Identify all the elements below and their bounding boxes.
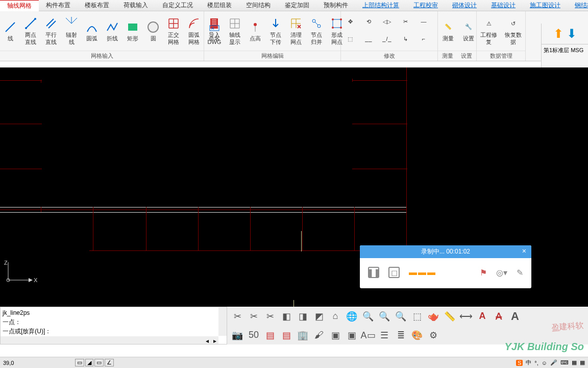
tool-camera[interactable]: 📷 bbox=[230, 328, 244, 342]
osnap-2[interactable]: ◢ bbox=[85, 359, 93, 366]
tool-zoomout[interactable]: 🔍 bbox=[377, 309, 391, 324]
ime-apps[interactable]: ▦ bbox=[580, 359, 585, 366]
tab-grid[interactable]: 轴线网格 bbox=[0, 0, 39, 11]
btn-node-down[interactable]: 节点下传 bbox=[265, 11, 286, 51]
nav-down-icon[interactable]: ⬇ bbox=[567, 27, 577, 41]
btn-offset[interactable]: ↳ bbox=[396, 31, 414, 49]
btn-repair[interactable]: ⚠工程修复 bbox=[477, 11, 501, 51]
tool-build[interactable]: 🏢 bbox=[296, 328, 310, 342]
recorder-flag[interactable]: ⚑ bbox=[480, 268, 487, 278]
tab-custom[interactable]: 自定义工况 bbox=[155, 0, 200, 11]
ime-grid[interactable]: ▦ bbox=[572, 359, 577, 366]
link-steel[interactable]: 钢结构 bbox=[568, 0, 588, 11]
recorder-pause[interactable]: ❚❚ bbox=[368, 267, 379, 278]
command-log[interactable]: jk_line2ps 一点： 一点或[放弃(U)]： 一点或[放弃(U)]： ◂… bbox=[0, 307, 227, 344]
btn-select[interactable]: ⬚ bbox=[341, 31, 359, 49]
tab-floor[interactable]: 楼层组装 bbox=[200, 0, 239, 11]
tool-copy[interactable]: ✂ bbox=[247, 309, 261, 324]
btn-break[interactable]: ⎯⎯ bbox=[359, 31, 378, 49]
btn-rotate[interactable]: ⟲ bbox=[359, 14, 378, 31]
tool-cube2[interactable]: ◨ bbox=[296, 309, 310, 324]
tool-cube3[interactable]: ◩ bbox=[312, 309, 326, 324]
layer-label[interactable]: 第1标准层 MSG bbox=[542, 44, 588, 56]
btn-pt-height[interactable]: 点高 bbox=[245, 11, 265, 51]
ime-lang[interactable]: 中 bbox=[526, 359, 531, 366]
btn-arc-grid[interactable]: 圆弧网格 bbox=[184, 11, 204, 51]
tool-dwg[interactable]: ▤ bbox=[279, 328, 293, 342]
btn-fillet[interactable]: ⌐ bbox=[414, 31, 433, 49]
tool-pdf[interactable]: ▤ bbox=[263, 328, 277, 342]
tool-cut[interactable]: ✂ bbox=[230, 309, 244, 324]
tool-layers[interactable]: ≣ bbox=[394, 328, 408, 342]
tool-globe[interactable]: 🌐 bbox=[345, 309, 359, 324]
tool-win2[interactable]: ▣ bbox=[345, 328, 359, 342]
tab-slab[interactable]: 楼板布置 bbox=[78, 0, 116, 11]
btn-merge[interactable]: 节点归并 bbox=[306, 11, 327, 51]
btn-restore[interactable]: ↺恢复数据 bbox=[501, 11, 526, 51]
btn-line[interactable]: 线 bbox=[0, 11, 20, 51]
btn-parallel[interactable]: 平行直线 bbox=[41, 11, 61, 51]
tab-component[interactable]: 构件布置 bbox=[39, 0, 78, 11]
osnap-4[interactable]: ∠ bbox=[105, 359, 114, 366]
tool-text-ah[interactable]: A̶ bbox=[492, 309, 506, 324]
recorder-close[interactable]: × bbox=[522, 247, 526, 255]
btn-move[interactable]: ✥ bbox=[341, 14, 359, 31]
btn-axis-show[interactable]: 轴线显示 bbox=[225, 11, 245, 51]
tab-space[interactable]: 空间结构 bbox=[239, 0, 278, 11]
tool-palette[interactable]: 🎨 bbox=[410, 328, 424, 342]
btn-rect[interactable]: 矩形 bbox=[122, 11, 143, 51]
ime-kbd[interactable]: ⌨ bbox=[560, 359, 569, 366]
link-check[interactable]: 工程校审 bbox=[406, 0, 445, 11]
btn-settings[interactable]: 🔧设置 bbox=[458, 11, 479, 51]
btn-extend[interactable]: — bbox=[414, 14, 433, 31]
btn-arc[interactable]: 圆弧 bbox=[82, 11, 102, 51]
tool-win1[interactable]: ▣ bbox=[328, 328, 342, 342]
btn-trim[interactable]: ✂ bbox=[396, 14, 414, 31]
ime-icon[interactable]: S bbox=[516, 360, 523, 366]
cmd-scrollbar[interactable] bbox=[218, 307, 227, 336]
tool-textbox[interactable]: A▭ bbox=[361, 328, 375, 342]
link-drawing[interactable]: 施工图设计 bbox=[523, 0, 568, 11]
nav-up-icon[interactable]: ⬆ bbox=[553, 27, 564, 41]
tool-pan[interactable]: ⬚ bbox=[410, 309, 424, 324]
tool-zoomwin[interactable]: 🔍 bbox=[394, 309, 408, 324]
tool-list[interactable]: ☰ bbox=[377, 328, 391, 342]
osnap-3[interactable]: ▭ bbox=[94, 359, 104, 366]
btn-clean[interactable]: 清理网点 bbox=[286, 11, 306, 51]
scroll-left[interactable]: ◂ bbox=[203, 336, 211, 344]
link-upper[interactable]: 上部结构计算 bbox=[355, 0, 406, 11]
tool-dim[interactable]: ⟷ bbox=[459, 309, 473, 324]
tool-paste[interactable]: ✂ bbox=[263, 309, 277, 324]
tool-ruler[interactable]: 📏 bbox=[443, 309, 457, 324]
tool-teapot[interactable]: 🫖 bbox=[426, 309, 440, 324]
osnap-1[interactable]: ▭ bbox=[75, 359, 84, 366]
ime-face[interactable]: ☺ bbox=[542, 360, 547, 366]
scroll-right[interactable]: ▸ bbox=[211, 336, 218, 344]
ime-mic[interactable]: 🎤 bbox=[550, 359, 557, 366]
recorder-edit[interactable]: ✎ bbox=[517, 268, 523, 278]
recorder-marker[interactable]: ◎▾ bbox=[496, 268, 507, 278]
tool-cube1[interactable]: ◧ bbox=[279, 309, 293, 324]
btn-circle[interactable]: 圆 bbox=[143, 11, 163, 51]
tab-load[interactable]: 荷载输入 bbox=[116, 0, 155, 11]
ime-punct[interactable]: °, bbox=[534, 360, 538, 366]
btn-measure[interactable]: 📏测量 bbox=[438, 11, 458, 51]
tool-zoomin[interactable]: 🔍 bbox=[361, 309, 375, 324]
tool-gear[interactable]: ⚙ bbox=[426, 328, 440, 342]
btn-ortho-grid[interactable]: 正交网格 bbox=[163, 11, 184, 51]
tool-text-a[interactable]: A bbox=[475, 309, 489, 324]
tool-text-big[interactable]: A bbox=[508, 309, 522, 324]
btn-polyline[interactable]: 折线 bbox=[102, 11, 122, 51]
tool-50[interactable]: 50 bbox=[247, 328, 261, 342]
tool-home[interactable]: ⌂ bbox=[328, 309, 342, 324]
btn-join[interactable]: ⎯/⎯ bbox=[378, 31, 396, 49]
tab-precast[interactable]: 预制构件 bbox=[316, 0, 355, 11]
link-masonry[interactable]: 砌体设计 bbox=[445, 0, 484, 11]
btn-naming[interactable]: A命名 bbox=[204, 11, 225, 51]
btn-2pt-line[interactable]: 两点直线 bbox=[20, 11, 41, 51]
link-foundation[interactable]: 基础设计 bbox=[484, 0, 523, 11]
tool-brush[interactable]: 🖌 bbox=[312, 328, 326, 342]
recorder-stop[interactable]: ◻ bbox=[388, 267, 400, 278]
btn-radial[interactable]: 辐射线 bbox=[61, 11, 82, 51]
btn-mirror[interactable]: ◁▷ bbox=[378, 14, 396, 31]
